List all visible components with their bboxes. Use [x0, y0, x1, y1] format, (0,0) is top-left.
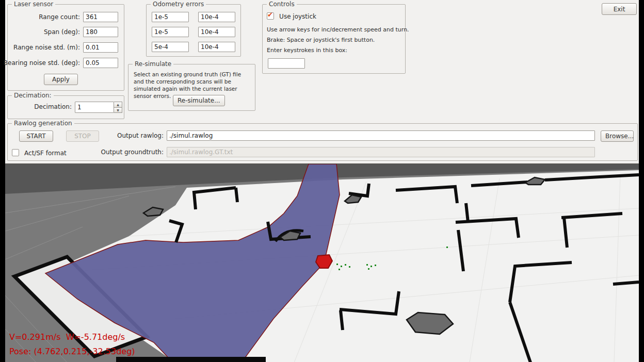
- exit-button[interactable]: Exit: [602, 3, 637, 15]
- output-rawlog-input[interactable]: [167, 130, 595, 141]
- odometry-error-input-2[interactable]: [198, 12, 235, 22]
- laser-sensor-group: Laser sensor Range count: Span (deg): Ra…: [7, 4, 124, 91]
- odometry-error-input-5[interactable]: [152, 42, 189, 52]
- keystroke-input[interactable]: [268, 58, 305, 69]
- spin-up-icon: ▲: [117, 103, 119, 106]
- decimation-group-title: Decimation:: [12, 92, 54, 99]
- spin-down-button[interactable]: ▼: [114, 108, 122, 113]
- simulator-window: Laser sensor Range count: Span (deg): Ra…: [5, 0, 639, 362]
- decimation-group: Decimation: Decimation: ▲ ▼: [7, 95, 124, 119]
- use-joystick-checkbox[interactable]: ✔: [267, 12, 274, 20]
- laser-sensor-group-title: Laser sensor: [12, 1, 55, 8]
- decimation-label: Decimation:: [34, 103, 72, 110]
- use-joystick-label: Use joystick: [279, 13, 316, 20]
- controls-group-title: Controls: [267, 1, 297, 8]
- apply-button[interactable]: Apply: [44, 74, 78, 85]
- odometry-errors-group-title: Odometry errors: [151, 1, 206, 8]
- span-deg-label: Span (deg):: [44, 28, 80, 36]
- odometry-error-input-3[interactable]: [152, 27, 189, 37]
- actsf-checkbox[interactable]: [12, 149, 19, 156]
- controls-hint-brake: Brake: Space or joystick's first button.: [267, 37, 375, 43]
- resimulate-group-title: Re-simulate: [133, 60, 173, 68]
- bearing-noise-label: Bearing noise std. (deg):: [4, 59, 80, 67]
- resimulate-button[interactable]: Re-simulate...: [173, 95, 225, 106]
- bottom-wall: [116, 357, 266, 362]
- span-deg-input[interactable]: [83, 27, 118, 37]
- odometry-error-input-1[interactable]: [152, 12, 189, 22]
- use-joystick-row: ✔ Use joystick: [267, 11, 316, 21]
- range-noise-input[interactable]: [83, 42, 118, 53]
- rawlog-generation-group-title: Rawlog generation: [12, 120, 74, 127]
- stop-button[interactable]: STOP: [66, 130, 99, 142]
- range-noise-label: Range noise std. (m):: [13, 44, 80, 51]
- decimation-spinner[interactable]: ▲ ▼: [75, 102, 122, 113]
- check-icon: ✔: [267, 11, 273, 19]
- telemetry-pose: Pose: (4.762,0.215,-32.53deg): [9, 344, 135, 359]
- spin-down-icon: ▼: [117, 108, 119, 112]
- odometry-error-input-6[interactable]: [198, 42, 235, 52]
- telemetry-velocity: V=0.291m/s W=-5.71deg/s: [9, 330, 135, 344]
- telemetry: V=0.291m/s W=-5.71deg/s Pose: (4.762,0.2…: [9, 330, 135, 359]
- output-rawlog-label: Output rawlog:: [117, 132, 164, 139]
- actsf-label: Act/SF format: [24, 150, 67, 157]
- viewport-3d[interactable]: V=0.291m/s W=-5.71deg/s Pose: (4.762,0.2…: [5, 163, 639, 362]
- output-groundtruth-input: [167, 147, 595, 157]
- output-groundtruth-label: Output groundtruth:: [101, 149, 164, 156]
- bearing-noise-input[interactable]: [83, 58, 118, 68]
- range-count-label: Range count:: [39, 13, 80, 21]
- start-button[interactable]: START: [19, 130, 53, 142]
- odometry-errors-group: Odometry errors: [146, 4, 241, 57]
- browse-button[interactable]: Browse...: [601, 130, 634, 142]
- rawlog-generation-group: Rawlog generation START STOP Output rawl…: [7, 123, 638, 161]
- robot-marker: [316, 255, 332, 268]
- range-count-input[interactable]: [83, 12, 118, 22]
- controls-hint-arrows: Use arrow keys for inc/decrement speed a…: [267, 26, 409, 33]
- controls-group: Controls ✔ Use joystick Use arrow keys f…: [262, 4, 406, 74]
- odometry-error-input-4[interactable]: [198, 27, 235, 37]
- spin-up-button[interactable]: ▲: [114, 102, 122, 108]
- controls-hint-keystrokes: Enter keystrokes in this box:: [267, 47, 347, 54]
- actsf-row: Act/SF format: [12, 147, 67, 157]
- resimulate-group: Re-simulate Select an existing ground tr…: [128, 64, 255, 111]
- decimation-input[interactable]: [75, 102, 114, 113]
- screenshot-stage: Laser sensor Range count: Span (deg): Ra…: [0, 0, 644, 362]
